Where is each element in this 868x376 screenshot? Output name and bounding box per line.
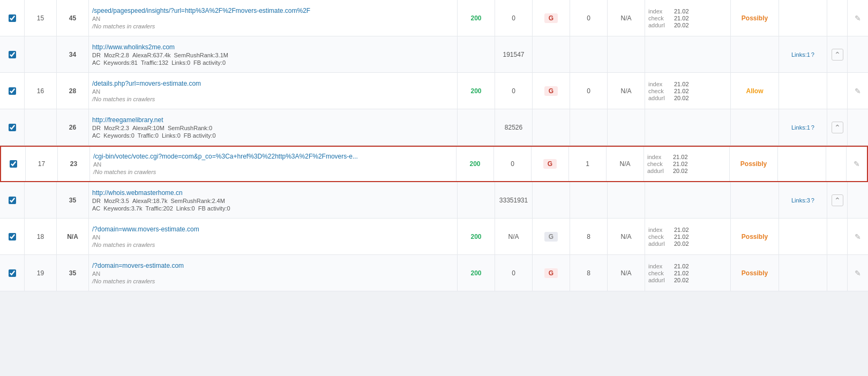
row-edit: ✎ — [848, 73, 868, 109]
row-num1 — [25, 182, 57, 218]
row-checkbox-cell — [0, 219, 25, 254]
row-count1: 8 — [570, 219, 608, 254]
table-row: 15 45 /speed/pagespeed/insights/?url=htt… — [0, 0, 868, 36]
row-checkbox[interactable] — [9, 233, 16, 240]
table-row: 26 http://freegamelibrary.net DRMozR:2.3… — [0, 109, 868, 146]
row-checkbox[interactable] — [9, 124, 16, 131]
row-url-link[interactable]: /?domain=www.movers-estimate.com — [92, 225, 199, 233]
row-links: Links:1 ? — [779, 36, 827, 72]
row-crawl: /No matches in crawlers — [92, 23, 155, 29]
row-num2: 26 — [57, 109, 89, 145]
row-edit: ✎ — [848, 0, 868, 36]
status-badge: Allow — [746, 87, 764, 95]
index-row: addurl 20.02 — [648, 240, 689, 247]
edit-icon[interactable]: ✎ — [855, 14, 861, 22]
row-na: N/A — [608, 0, 645, 36]
row-status: Possibly — [731, 255, 779, 291]
status-badge: Possibly — [740, 160, 767, 168]
row-ac-line: ACKeywords:81Traffic:132Links:0FB activi… — [92, 59, 226, 66]
links-question[interactable]: ? — [811, 124, 814, 131]
expand-button[interactable]: ⌃ — [832, 194, 843, 206]
g-badge: G — [544, 232, 558, 242]
row-url-link[interactable]: /speed/pagespeed/insights/?url=http%3A%2… — [92, 7, 310, 14]
row-count1 — [570, 36, 608, 72]
row-num2: 45 — [57, 0, 89, 36]
row-checkbox[interactable] — [9, 87, 16, 95]
row-url-link[interactable]: /details.php?url=movers-estimate.com — [92, 80, 201, 87]
status-badge: Possibly — [742, 269, 768, 277]
row-code — [458, 36, 495, 72]
g-badge: G — [544, 268, 558, 278]
edit-icon[interactable]: ✎ — [855, 232, 861, 241]
row-count1 — [570, 182, 608, 218]
row-checkbox[interactable] — [9, 197, 16, 204]
row-checkbox-cell — [1, 147, 26, 181]
row-g-badge-cell — [533, 109, 570, 145]
row-url-link[interactable]: http://whois.webmasterhome.cn — [92, 189, 183, 197]
row-metric: 191547 — [495, 36, 533, 72]
row-url-cell: http://freegamelibrary.net DRMozR:2.3Ale… — [89, 109, 458, 145]
row-crawl: /No matches in crawlers — [93, 169, 156, 175]
row-count1: 8 — [570, 255, 608, 291]
edit-icon[interactable]: ✎ — [855, 87, 861, 95]
row-ac-line: ACKeywords:3.7kTraffic:202Links:0FB acti… — [92, 205, 230, 212]
row-num2: N/A — [57, 219, 89, 254]
expand-button[interactable]: ⌃ — [832, 49, 843, 61]
row-ac-line: ACKeywords:0Traffic:0Links:0FB activity:… — [92, 132, 216, 139]
row-url-link[interactable]: /?domain=movers-estimate.com — [92, 262, 184, 269]
row-url-cell: /cgi-bin/votec/votec.cgi?mode=com&p_co=%… — [90, 147, 457, 181]
row-checkbox-cell — [0, 73, 25, 109]
row-code: 200 — [458, 73, 495, 109]
links-question[interactable]: ? — [811, 51, 814, 58]
edit-icon[interactable]: ✎ — [854, 160, 860, 168]
row-index-cell — [645, 109, 731, 145]
row-num1: 16 — [25, 73, 57, 109]
row-checkbox[interactable] — [9, 269, 16, 277]
expand-button[interactable]: ⌃ — [832, 122, 843, 133]
row-na: N/A — [608, 219, 645, 254]
row-num2: 35 — [57, 255, 89, 291]
row-status: Possibly — [731, 0, 779, 36]
row-checkbox[interactable] — [9, 14, 16, 22]
index-row: check 21.02 — [648, 234, 689, 240]
row-url-link[interactable]: http://freegamelibrary.net — [92, 116, 163, 124]
row-url-link[interactable]: http://www.wholinks2me.com — [92, 43, 175, 51]
index-row: check 21.02 — [648, 270, 689, 276]
row-crawl: /No matches in crawlers — [92, 278, 155, 284]
row-url-sub: AN — [92, 234, 100, 240]
row-edit — [848, 182, 868, 218]
main-table: 15 45 /speed/pagespeed/insights/?url=htt… — [0, 0, 868, 291]
row-num2: 23 — [58, 147, 90, 181]
index-row: index 21.02 — [648, 263, 689, 269]
table-row: 16 28 /details.php?url=movers-estimate.c… — [0, 73, 868, 109]
row-checkbox[interactable] — [10, 160, 17, 168]
row-na: N/A — [608, 255, 645, 291]
row-count1 — [570, 109, 608, 145]
row-status — [731, 109, 779, 145]
row-expand: ⌃ — [827, 109, 848, 145]
row-edit — [848, 36, 868, 72]
row-edit: ✎ — [848, 219, 868, 254]
row-checkbox-cell — [0, 255, 25, 291]
index-row: check 21.02 — [647, 161, 688, 167]
row-g-badge-cell — [533, 182, 570, 218]
row-url-link[interactable]: /cgi-bin/votec/votec.cgi?mode=com&p_co=%… — [93, 153, 358, 160]
row-g-badge-cell — [533, 36, 570, 72]
row-checkbox[interactable] — [9, 51, 16, 58]
row-expand — [827, 255, 848, 291]
row-url-cell: /details.php?url=movers-estimate.com AN … — [89, 73, 458, 109]
row-url-cell: /?domain=movers-estimate.com AN /No matc… — [89, 255, 458, 291]
row-url-cell: http://whois.webmasterhome.cn DRMozR:3.5… — [89, 182, 458, 218]
row-url-sub: AN — [92, 16, 100, 22]
row-expand: ⌃ — [827, 36, 848, 72]
row-num1: 17 — [26, 147, 58, 181]
row-status — [731, 36, 779, 72]
row-url-sub: AN — [93, 161, 101, 168]
index-row: index 21.02 — [647, 154, 688, 160]
row-metric: 0 — [495, 0, 533, 36]
row-na — [608, 109, 645, 145]
row-checkbox-cell — [0, 0, 25, 36]
links-question[interactable]: ? — [811, 197, 814, 204]
edit-icon[interactable]: ✎ — [855, 269, 861, 277]
row-index-cell — [645, 36, 731, 72]
